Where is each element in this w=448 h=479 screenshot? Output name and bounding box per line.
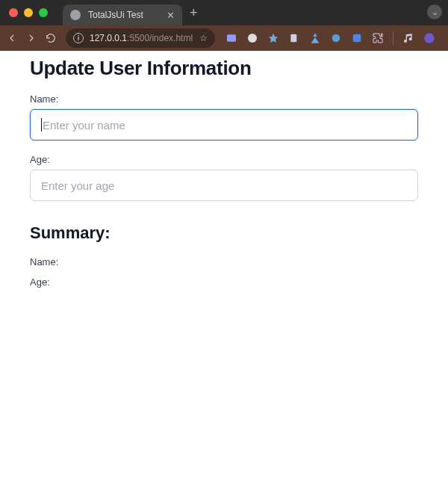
extension-icons [225,31,448,45]
back-button[interactable] [6,31,18,45]
field-name: Name: Enter your name [30,93,418,140]
ext-icon-6[interactable] [330,32,342,44]
page-content: Update User Information Name: Enter your… [0,51,448,479]
summary-name-row: Name: [30,256,418,268]
ext-icon-3[interactable] [267,32,279,44]
age-input[interactable]: Enter your age [30,170,418,201]
url-path: /index.html [149,33,193,43]
ext-icon-music[interactable] [402,32,414,44]
browser-tabs: TotalJsUi Test ✕ + [63,0,205,25]
page-title: Update User Information [30,57,418,80]
name-label: Name: [30,93,418,105]
age-placeholder: Enter your age [41,179,114,192]
svg-point-1 [248,34,257,43]
url-host: 127.0.0.1 [90,33,127,43]
tab-title: TotalJsUi Test [88,10,159,20]
summary-age-label: Age: [30,276,50,288]
browser-toolbar: i 127.0.0.1:5500/index.html ☆ [0,25,448,51]
forward-button[interactable] [25,31,37,45]
close-tab-icon[interactable]: ✕ [167,10,175,21]
ext-icon-7[interactable] [351,32,363,44]
traffic-lights [0,8,48,17]
kebab-menu-icon[interactable] [444,32,448,44]
age-label: Age: [30,154,418,165]
name-input[interactable]: Enter your name [30,109,418,140]
summary-age-row: Age: [30,276,418,288]
ext-icon-4[interactable] [288,32,300,44]
new-tab-button[interactable]: + [182,5,205,21]
reload-button[interactable] [45,31,57,45]
toolbar-separator [393,31,393,45]
svg-rect-0 [227,34,236,41]
reload-icon [45,32,57,44]
fullscreen-window-button[interactable] [39,8,48,17]
name-placeholder: Enter your name [43,119,125,132]
svg-rect-2 [290,34,296,43]
svg-point-3 [332,34,340,43]
browser-tab-active[interactable]: TotalJsUi Test ✕ [63,4,182,25]
bookmark-star-icon[interactable]: ☆ [199,33,208,43]
tab-favicon [70,10,81,20]
text-caret [41,118,42,132]
profile-avatar-icon[interactable] [423,32,435,44]
url-port: :5500 [127,33,149,43]
arrow-left-icon [6,32,18,44]
close-window-button[interactable] [9,8,18,17]
summary-heading: Summary: [30,223,418,243]
ext-icon-github[interactable] [246,32,258,44]
summary-name-label: Name: [30,256,58,268]
svg-point-5 [424,33,434,43]
summary-block: Summary: Name: Age: [30,223,418,288]
ext-icon-1[interactable] [225,32,237,44]
arrow-right-icon [25,32,37,44]
field-age: Age: Enter your age [30,154,418,201]
extensions-puzzle-icon[interactable] [372,32,384,44]
svg-rect-4 [353,34,361,43]
url-text: 127.0.0.1:5500/index.html [90,33,193,43]
address-bar[interactable]: i 127.0.0.1:5500/index.html ☆ [66,28,215,48]
minimize-window-button[interactable] [24,8,33,17]
expand-icon[interactable]: ⌄ [427,4,442,19]
ext-icon-5[interactable] [309,32,321,44]
site-info-icon[interactable]: i [73,33,84,43]
window-titlebar: TotalJsUi Test ✕ + ⌄ [0,0,448,25]
